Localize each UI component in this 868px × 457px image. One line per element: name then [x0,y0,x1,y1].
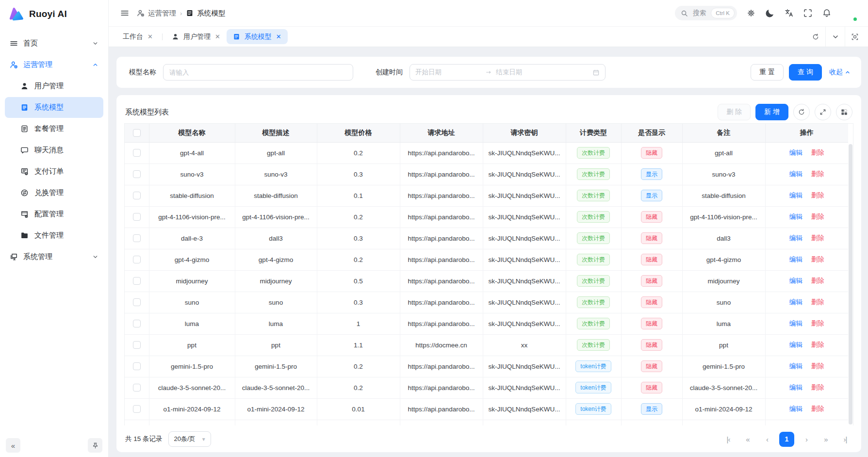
sidebar-item-label: 兑换管理 [34,188,64,197]
sidebar-item-system[interactable]: 系统管理 [5,246,103,267]
visibility-badge: 显示 [641,403,662,415]
tab-close-icon[interactable]: ✕ [147,33,153,40]
edit-link[interactable]: 编辑 [789,277,802,284]
edit-link[interactable]: 编辑 [789,384,802,391]
edit-link[interactable]: 编辑 [789,341,802,348]
page-size-select[interactable]: 20条/页 ▼ [168,431,211,447]
delete-link[interactable]: 删除 [811,256,824,263]
sidebar-item-home[interactable]: 首页 [5,33,103,54]
row-checkbox[interactable] [133,256,141,263]
breadcrumb-item-system-models[interactable]: 系统模型 [186,9,225,18]
select-all-checkbox[interactable] [133,129,141,137]
table-fullscreen-button[interactable] [815,104,831,120]
delete-link[interactable]: 删除 [811,362,824,370]
row-checkbox[interactable] [133,170,141,178]
sidebar-item-system-models[interactable]: 系统模型 [5,97,103,118]
delete-link[interactable]: 删除 [811,405,824,412]
column-settings-button[interactable] [836,104,852,120]
row-checkbox[interactable] [133,320,141,327]
model-name-input[interactable] [163,64,353,81]
collapse-filter-link[interactable]: 收起 [829,68,851,77]
refresh-table-button[interactable] [793,104,810,120]
settings-gear-icon[interactable] [746,8,756,18]
row-checkbox[interactable] [133,341,141,349]
reset-button[interactable]: 重 置 [751,64,784,81]
sidebar-submenu: 用户管理系统模型套餐管理聊天消息支付订单兑换管理配置管理文件管理 [5,76,103,246]
tab-user-management[interactable]: 用户管理✕ [165,29,227,44]
delete-link[interactable]: 删除 [811,149,824,156]
date-range-picker[interactable]: 开始日期 结束日期 [409,64,606,81]
sidebar-item-user-management[interactable]: 用户管理 [5,76,103,97]
tab-close-icon[interactable]: ✕ [215,33,220,40]
breadcrumb-item-operations[interactable]: 运营管理 [137,9,176,18]
sidebar: Ruoyi AI 首页 运营管理 用户管理系统模型套餐管理聊天消息支付订单兑换管… [0,0,109,457]
last-page-button[interactable]: ›| [838,432,852,446]
user-avatar[interactable] [841,5,857,21]
delete-selected-button[interactable]: 删 除 [718,104,751,120]
refresh-page-icon[interactable] [806,27,825,47]
row-checkbox[interactable] [133,298,141,306]
jump-prev-button[interactable]: « [740,432,755,446]
row-checkbox[interactable] [133,277,141,285]
next-button[interactable]: › [799,432,814,446]
row-checkbox[interactable] [133,149,141,157]
request-key-cell: sk-JIUQLNndqSeKWU... [483,228,566,249]
edit-link[interactable]: 编辑 [789,298,802,306]
delete-link[interactable]: 删除 [811,192,824,199]
edit-link[interactable]: 编辑 [789,362,802,370]
search-button[interactable]: 查 询 [789,64,822,81]
billing-type-cell: token计费 [566,398,621,420]
jump-next-button[interactable]: » [819,432,833,446]
hamburger-icon[interactable] [120,9,129,17]
delete-link[interactable]: 删除 [811,170,824,178]
edit-link[interactable]: 编辑 [789,256,802,263]
edit-link[interactable]: 编辑 [789,405,802,412]
collapse-sidebar-button[interactable]: « [6,438,20,453]
table-scrollbar[interactable] [849,144,852,424]
sidebar-item-payment-orders[interactable]: 支付订单 [5,161,103,182]
row-checkbox[interactable] [133,384,141,392]
delete-link[interactable]: 删除 [811,341,824,348]
edit-link[interactable]: 编辑 [789,213,802,220]
edit-link[interactable]: 编辑 [789,320,802,327]
row-checkbox[interactable] [133,234,141,242]
edit-link[interactable]: 编辑 [789,149,802,156]
edit-link[interactable]: 编辑 [789,170,802,178]
notifications-bell-icon[interactable] [822,8,832,18]
edit-link[interactable]: 编辑 [789,192,802,199]
edit-link[interactable]: 编辑 [789,234,802,242]
table-row: claude-3-5-sonnet-20... claude-3-5-sonne… [125,377,848,398]
sidebar-item-chat-messages[interactable]: 聊天消息 [5,140,103,161]
delete-link[interactable]: 删除 [811,234,824,242]
content-fullscreen-icon[interactable] [845,27,864,47]
delete-link[interactable]: 删除 [811,384,824,391]
delete-link[interactable]: 删除 [811,277,824,284]
pin-sidebar-button[interactable] [88,438,102,453]
delete-link[interactable]: 删除 [811,298,824,306]
row-checkbox[interactable] [133,405,141,413]
prev-button[interactable]: ‹ [760,432,774,446]
tab-workbench[interactable]: 工作台✕ [116,29,159,44]
sidebar-item-redeem-management[interactable]: 兑换管理 [5,182,103,203]
translate-icon[interactable] [784,8,794,18]
row-checkbox[interactable] [133,213,141,221]
tab-options-chevron-icon[interactable] [825,27,845,47]
first-page-button[interactable]: |‹ [721,432,736,446]
dark-mode-moon-icon[interactable] [765,8,775,18]
billing-badge: 次数计费 [577,211,610,223]
global-search[interactable]: 搜索 Ctrl K [675,6,737,20]
add-button[interactable]: 新 增 [755,104,788,120]
sidebar-item-file-management[interactable]: 文件管理 [5,225,103,246]
delete-link[interactable]: 删除 [811,320,824,327]
row-checkbox[interactable] [133,362,141,370]
sidebar-item-package-management[interactable]: 套餐管理 [5,118,103,139]
delete-link[interactable]: 删除 [811,213,824,220]
tab-close-icon[interactable]: ✕ [276,33,281,40]
fullscreen-icon[interactable] [803,8,813,18]
sidebar-item-config-management[interactable]: 配置管理 [5,204,103,225]
billing-type-cell: token计费 [566,377,621,398]
current-page-button[interactable]: 1 [779,432,794,447]
sidebar-item-operations[interactable]: 运营管理 [5,54,103,75]
tab-system-models[interactable]: 系统模型✕ [227,29,288,44]
row-checkbox[interactable] [133,192,141,199]
